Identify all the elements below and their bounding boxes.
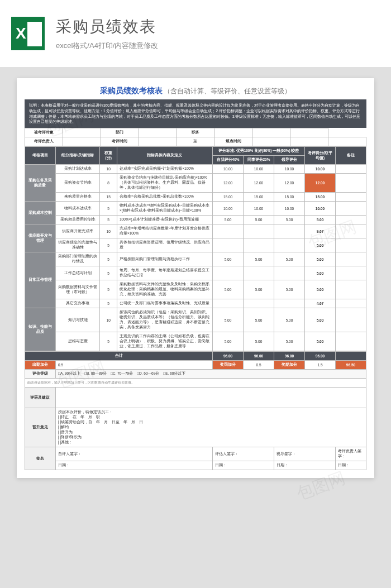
main-table: 考核项目 细分指标/关键指标 权重(分) 指标具体内容及定义 评分标准: 优秀1…	[25, 146, 366, 351]
category-cell: 日常工作管理	[25, 252, 56, 308]
category-cell: 采购成本控制	[25, 202, 56, 224]
sum-table: 合计 96.00 96.00 96.00 96.00 出勤加分 0.5 奖罚加分…	[25, 351, 366, 470]
excel-icon	[11, 17, 45, 50]
banner: 采购员绩效表 excel格式/A4打印/内容随意修改	[0, 0, 391, 67]
instructions: 说明：本表格适用于对一般行业采购员进行360度绩效考核，其中的考核内容、指标、权…	[25, 99, 366, 128]
category-cell: 供应商开发与管理	[25, 224, 56, 252]
doc-title: 采购员绩效考核表 （含自动计算、等级评价、任意设置等级）	[25, 86, 366, 96]
category-cell: 采购任务及采购质量	[25, 165, 56, 202]
document-page: 采购员绩效考核表 （含自动计算、等级评价、任意设置等级） 说明：本表格适用于对一…	[17, 78, 374, 478]
banner-subtitle: excel格式/A4打印/内容随意修改	[56, 41, 380, 51]
info-table: 被考评对象 部门 职务 综合得分 96.50 考评负责人 考评时间 至 填表时间…	[25, 128, 366, 146]
banner-title: 采购员绩效表	[56, 16, 380, 37]
category-cell: 知识、技能与品质	[25, 308, 56, 351]
